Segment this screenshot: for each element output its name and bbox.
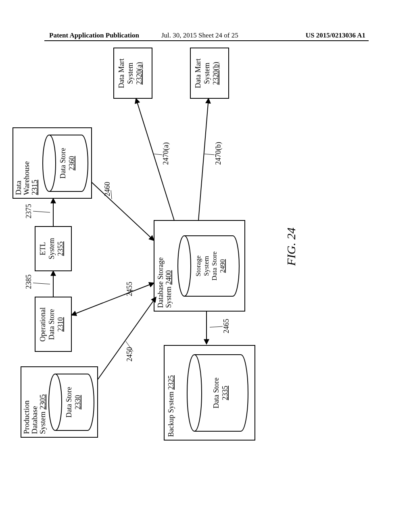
arrow-2450 (98, 297, 156, 380)
svg-text:2320(a): 2320(a) (135, 62, 144, 85)
svg-text:2470(a): 2470(a) (162, 142, 170, 165)
svg-text:2465: 2465 (222, 319, 230, 333)
svg-text:2355: 2355 (56, 241, 65, 256)
svg-text:Backup System 2325: Backup System 2325 (167, 375, 175, 437)
dw-l1: Data (14, 181, 23, 195)
svg-point-32 (187, 355, 202, 431)
svg-text:2310: 2310 (56, 317, 65, 332)
etl-l3: 2355 (56, 241, 65, 256)
svg-text:2315: 2315 (30, 180, 39, 195)
dm-a-l1: Data Mart (117, 58, 125, 88)
ods-l1: Operational (39, 308, 47, 342)
dw-l3: 2315 (30, 180, 39, 195)
svg-text:System: System (202, 256, 210, 276)
figure-diagram: Production Database System 2305 Data Sto… (0, 0, 413, 532)
lbl-2455: 2455 (125, 282, 133, 296)
svg-text:ETL: ETL (39, 242, 47, 256)
arrow-2460 (92, 182, 154, 241)
svg-text:2450: 2450 (125, 347, 133, 362)
dss-l1: Database Storage (156, 258, 165, 308)
figure-label: FIG. 24 (284, 228, 298, 266)
svg-text:Data: Data (14, 181, 23, 195)
dss-ds-l2: System (202, 256, 210, 276)
svg-text:Database Storage: Database Storage (156, 258, 165, 308)
box-dss: Database Storage System 2400 Storage Sys… (154, 220, 245, 311)
cylinder-dss-ds: Storage System Data Store 2490 (178, 236, 239, 296)
dm-b-l1: Data Mart (194, 58, 202, 88)
box-ods: Operational Data Store 2310 (35, 297, 71, 351)
dss-ds-l3: Data Store (211, 251, 218, 281)
svg-text:2385: 2385 (25, 274, 33, 289)
svg-text:2460: 2460 (103, 182, 111, 196)
etl-l1: ETL (39, 242, 47, 256)
svg-text:Data Store: Data Store (212, 378, 220, 408)
box-data-mart-a: Data Mart System 2320(a) (114, 48, 152, 98)
dss-l2a: System (165, 285, 173, 308)
svg-text:2320(b): 2320(b) (212, 62, 220, 85)
backup-l1a: Backup System (167, 390, 175, 437)
dm-a-l2: System (126, 62, 134, 84)
lbl-2465: 2465 (222, 319, 230, 333)
svg-text:Database: Database (30, 406, 39, 434)
svg-text:Data Store: Data Store (59, 148, 67, 179)
leader-2375 (33, 211, 50, 212)
svg-text:Operational: Operational (39, 308, 47, 342)
prod-db-l1: Production (22, 400, 31, 434)
prod-db-l2: Database (30, 406, 39, 434)
svg-text:Data Mart: Data Mart (117, 58, 125, 88)
svg-text:Data Mart: Data Mart (194, 58, 202, 88)
arrow-2470b (198, 98, 209, 220)
svg-text:System: System (48, 238, 56, 259)
dw-l2: Warehouse (22, 161, 31, 195)
svg-point-19 (43, 135, 56, 191)
backup-l1b: 2325 (167, 375, 175, 390)
dss-ds-l1: Storage (194, 256, 202, 276)
svg-text:Warehouse: Warehouse (22, 161, 31, 195)
prod-db-l3a: System (38, 409, 47, 434)
prod-ds-l1: Data Store (65, 387, 73, 418)
lbl-2470a: 2470(a) (162, 142, 170, 165)
lbl-2450: 2450 (125, 347, 133, 362)
leader-2470b (204, 154, 215, 155)
box-production-db: Production Database System 2305 Data Sto… (21, 367, 98, 437)
svg-text:Data Store: Data Store (65, 387, 73, 418)
dss-l2b: 2400 (165, 270, 173, 285)
ods-l3: 2310 (56, 317, 65, 332)
arrow-2455 (71, 283, 154, 315)
backup-ds-l2: 2335 (221, 386, 229, 400)
cylinder-dw-ds: Data Store 2360 (43, 135, 88, 191)
svg-rect-30 (164, 345, 255, 440)
prod-db-l3b: 2305 (38, 394, 47, 409)
dss-ds-l4: 2490 (219, 259, 226, 273)
svg-text:2490: 2490 (219, 259, 226, 273)
svg-text:Storage: Storage (194, 256, 202, 276)
cylinder-backup-ds: Data Store 2335 (187, 355, 248, 431)
box-data-warehouse: Data Warehouse 2315 Data Store 2360 (13, 128, 92, 198)
lbl-2470b: 2470(b) (214, 142, 223, 165)
svg-text:2335: 2335 (221, 386, 229, 400)
leader-2385 (33, 283, 50, 284)
leader-2470a (154, 154, 162, 155)
box-data-mart-b: Data Mart System 2320(b) (190, 48, 229, 98)
dw-ds-l1: Data Store (59, 148, 67, 179)
dm-b-l2: System (203, 62, 211, 84)
box-etl: ETL System 2355 (35, 227, 71, 271)
svg-text:System 2305: System 2305 (38, 394, 47, 434)
svg-text:2330: 2330 (74, 395, 82, 409)
lbl-2385: 2385 (25, 274, 33, 289)
cylinder-prod-ds: Data Store 2330 (49, 374, 94, 430)
etl-l2: System (48, 238, 56, 259)
dm-b-l3: 2320(b) (212, 62, 220, 85)
svg-text:Data Store: Data Store (48, 309, 56, 340)
svg-text:2375: 2375 (25, 204, 33, 218)
backup-ds-l1: Data Store (212, 378, 220, 408)
svg-point-4 (49, 374, 62, 430)
svg-text:System: System (126, 62, 134, 84)
svg-text:Data Store: Data Store (211, 251, 218, 281)
ods-l2: Data Store (48, 309, 56, 340)
svg-text:Production: Production (22, 400, 31, 434)
svg-text:System: System (203, 62, 211, 84)
box-backup: Backup System 2325 Data Store 2335 (164, 345, 255, 440)
lbl-2460: 2460 (103, 182, 111, 196)
svg-point-25 (178, 236, 191, 296)
